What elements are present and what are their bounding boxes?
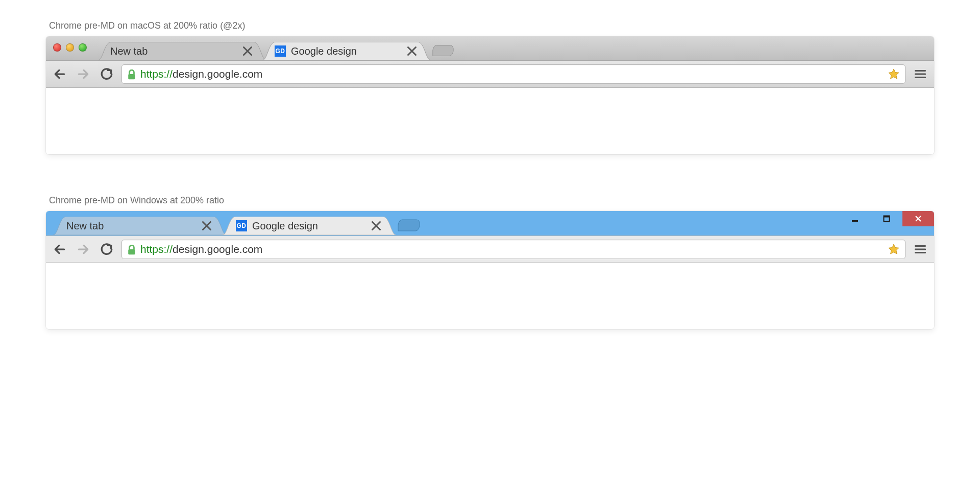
window-controls (53, 43, 87, 52)
toolbar: https://design.google.com (46, 236, 934, 263)
svg-rect-3 (915, 77, 926, 78)
menu-button[interactable] (912, 65, 929, 83)
lock-icon (127, 69, 136, 79)
lock-icon (127, 245, 136, 254)
svg-rect-9 (915, 248, 926, 250)
window-controls (839, 211, 934, 226)
tab-title: Google design (291, 45, 407, 57)
tabstrip: New tab GD Google desi (98, 42, 454, 60)
back-button[interactable] (51, 65, 68, 83)
tab-close-button[interactable] (243, 46, 252, 56)
close-window-button[interactable] (902, 211, 934, 226)
url-scheme: https:// (140, 68, 173, 80)
svg-rect-7 (128, 249, 135, 254)
bookmark-star-icon[interactable] (888, 243, 900, 255)
favicon-icon: GD (275, 45, 286, 57)
tab-title: Google design (252, 220, 372, 232)
tab-close-button[interactable] (407, 46, 416, 56)
svg-rect-8 (915, 245, 926, 247)
titlebar: New tab GD Google design (46, 211, 934, 236)
minimize-window-button[interactable] (839, 211, 871, 226)
url-host: design.google.com (173, 243, 262, 255)
forward-button[interactable] (75, 65, 92, 83)
omnibox[interactable]: https://design.google.com (121, 240, 905, 259)
omnibox[interactable]: https://design.google.com (121, 64, 905, 84)
svg-rect-10 (915, 252, 926, 253)
tab-inactive[interactable]: New tab (53, 217, 227, 235)
svg-rect-2 (915, 74, 926, 75)
zoom-window-button[interactable] (79, 43, 87, 52)
reload-button[interactable] (98, 65, 115, 83)
minimize-window-button[interactable] (66, 43, 74, 52)
tabstrip: New tab GD Google design (53, 217, 421, 235)
titlebar: New tab GD Google desi (46, 36, 934, 61)
tab-close-button[interactable] (202, 221, 211, 230)
tab-title: New tab (110, 45, 243, 57)
tab-close-button[interactable] (372, 221, 381, 230)
reload-button[interactable] (98, 241, 115, 258)
browser-window-macos: New tab GD Google desi (46, 36, 934, 154)
back-button[interactable] (51, 241, 68, 258)
forward-button[interactable] (75, 241, 92, 258)
close-window-button[interactable] (53, 43, 61, 52)
new-tab-button[interactable] (397, 218, 421, 232)
tab-inactive[interactable]: New tab (98, 42, 266, 60)
caption-windows: Chrome pre-MD on Windows at 200% ratio (49, 195, 934, 206)
tab-title: New tab (66, 220, 202, 232)
bookmark-star-icon[interactable] (888, 68, 900, 80)
svg-rect-0 (128, 74, 135, 79)
new-tab-button[interactable] (432, 43, 454, 57)
content-area (46, 88, 934, 154)
caption-macos: Chrome pre-MD on macOS at 200% ratio (@2… (49, 20, 934, 31)
browser-window-windows: New tab GD Google design (46, 211, 934, 329)
svg-rect-1 (915, 70, 926, 72)
toolbar: https://design.google.com (46, 61, 934, 88)
tab-active[interactable]: GD Google design (262, 42, 431, 60)
url-scheme: https:// (140, 243, 173, 255)
tab-active[interactable]: GD Google design (223, 217, 396, 235)
url-host: design.google.com (173, 68, 262, 80)
favicon-icon: GD (236, 220, 247, 231)
svg-rect-6 (884, 216, 890, 218)
menu-button[interactable] (912, 241, 929, 258)
content-area (46, 263, 934, 329)
maximize-window-button[interactable] (871, 211, 902, 226)
svg-rect-4 (852, 220, 858, 222)
